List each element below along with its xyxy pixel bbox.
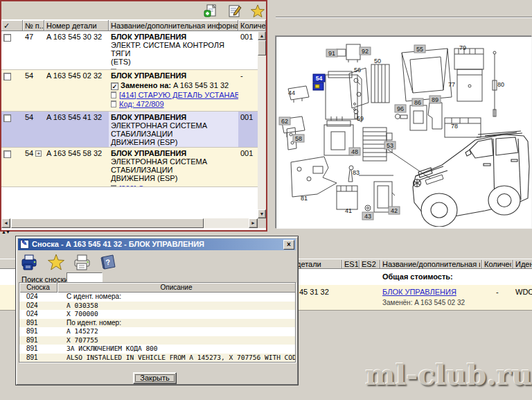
parts-table-header: ✓ № п... Номер детали Название/дополните…	[1, 19, 266, 31]
diagram-part-label-78[interactable]: 78	[451, 123, 458, 130]
parts-table: ✓ № п... Номер детали Название/дополните…	[1, 19, 266, 230]
footnote-row[interactable]: 024X 700000	[19, 310, 295, 319]
scroll-down-icon[interactable]: ▼	[258, 209, 266, 218]
row-checkbox[interactable]	[3, 34, 11, 42]
footnote-search-input[interactable]	[66, 272, 103, 283]
add-note-icon[interactable]	[203, 3, 218, 19]
header-es1[interactable]: ES1	[344, 260, 358, 268]
diagram-part-label-91[interactable]: 91	[326, 49, 337, 57]
scroll-left-icon[interactable]: ◄	[1, 218, 10, 228]
close-button[interactable]: Закрыть	[133, 372, 177, 384]
diagram-part-label-50[interactable]: 50	[374, 58, 381, 64]
part-title: БЛОК УПРАВЛЕНИЯ	[111, 113, 236, 121]
table-row[interactable]: 54 A 163 545 02 32 БЛОК УПРАВЛЕНИЯ ✓ Зам…	[1, 70, 258, 112]
header-es2[interactable]: ES2	[362, 260, 378, 268]
divider	[276, 17, 532, 18]
expand-plus-icon[interactable]: +	[35, 150, 42, 157]
diagram-part-label-55[interactable]: 55	[414, 45, 425, 53]
dialog-titlebar[interactable]: Сноска - А 163 545 41 32 - БЛОК УПРАВЛЕН…	[18, 238, 296, 250]
svg-text:55: 55	[416, 46, 423, 53]
print-preview-icon[interactable]	[20, 253, 39, 271]
diagram-part-label-81[interactable]: 81	[301, 195, 308, 202]
replaced-checkbox[interactable]: ✓	[111, 82, 118, 90]
footnote-row[interactable]: 024С идент. номера:	[19, 293, 295, 302]
svg-text:79: 79	[459, 44, 466, 51]
diagram-part-label-77[interactable]: 77	[448, 81, 455, 88]
svg-text:83: 83	[353, 169, 360, 176]
diagram-part-label-56[interactable]: 56	[354, 67, 361, 73]
header-check[interactable]: ✓	[1, 20, 23, 31]
help-icon[interactable]: ?	[99, 253, 118, 271]
footnote-row[interactable]: 891A 145272	[19, 327, 295, 336]
header-part-number[interactable]: Номер детали	[44, 20, 109, 31]
diagram-part-label-58[interactable]: 58	[293, 134, 304, 142]
header-footnote-desc[interactable]: Описание	[57, 283, 295, 293]
table-row-selected[interactable]: 54 A 163 545 41 32 БЛОК УПРАВЛЕНИЯ ЭЛЕКТ…	[1, 112, 258, 148]
row-checkbox[interactable]	[3, 150, 11, 158]
diagram-part-label-89[interactable]: 89	[429, 96, 441, 103]
row-qty: 001	[238, 148, 258, 186]
close-icon[interactable]: ×	[283, 240, 294, 250]
part-title: БЛОК УПРАВЛЕНИЯ	[111, 149, 236, 157]
row-checkbox[interactable]	[3, 73, 11, 80]
header-part-number[interactable]: детали	[296, 260, 339, 268]
footnote-row[interactable]: 891ЗА ИСКЛЮЧЕНИЕМ КОДА 800	[19, 345, 295, 354]
diagram-part-label-44[interactable]: 44	[288, 89, 295, 96]
item-qty: -	[496, 288, 499, 296]
footnote-row[interactable]: 024A 030358	[19, 302, 295, 311]
row-checkbox[interactable]	[3, 114, 11, 122]
diagram-part-label-42[interactable]: 42	[389, 207, 400, 214]
edit-note-icon[interactable]	[227, 3, 242, 19]
header-qty[interactable]: Количес...	[484, 260, 511, 268]
diagram-part-label-62[interactable]: 62	[279, 117, 290, 125]
footnote-row[interactable]: 891X 707755	[19, 336, 295, 345]
favorites-star-icon[interactable]	[250, 3, 265, 19]
footnote-table: Сноска Описание 024С идент. номера: 024A…	[19, 282, 296, 363]
svg-text:81: 81	[301, 195, 308, 202]
diagram-part-label-80[interactable]: 80	[497, 81, 504, 88]
diagram-part-label-53[interactable]: 53	[384, 141, 396, 149]
row-qty: 001	[238, 112, 258, 147]
svg-text:56: 56	[354, 67, 361, 73]
scroll-up-icon[interactable]: ▲	[258, 31, 266, 40]
scroll-right-icon[interactable]: ►	[249, 218, 258, 228]
favorites-star-icon[interactable]	[46, 253, 66, 271]
diagram-part-label-79[interactable]: 79	[459, 44, 466, 51]
header-ident[interactable]: Идент	[515, 260, 532, 268]
svg-text:59: 59	[357, 115, 364, 122]
svg-text:53: 53	[387, 142, 393, 149]
vertical-scrollbar[interactable]: ▲ ▼	[258, 31, 266, 218]
svg-text:89: 89	[432, 96, 438, 103]
table-row[interactable]: 54+ A 163 545 58 32 БЛОК УПРАВЛЕНИЯ ЭЛЕК…	[1, 148, 258, 187]
table-row[interactable]: 47 A 163 545 30 32 БЛОК УПРАВЛЕНИЯ ЭЛЕКТ…	[1, 31, 258, 70]
footnote-link[interactable]: [800] С идент. номера:	[119, 184, 198, 186]
replaced-value: A 163 545 31 32	[173, 81, 229, 89]
diagram-part-label-86[interactable]: 86	[412, 98, 423, 106]
horizontal-scroll-thumb[interactable]	[11, 218, 204, 228]
header-footnote-code[interactable]: Сноска	[19, 283, 57, 293]
header-name[interactable]: Название/дополнительная инфорн...	[382, 260, 480, 268]
item-name-link[interactable]: БЛОК УПРАВЛЕНИЯ	[382, 288, 456, 296]
footnote-link[interactable]: Код: 472/809	[119, 100, 164, 108]
diagram-part-label-83[interactable]: 83	[353, 169, 360, 176]
print-icon[interactable]	[73, 253, 92, 271]
horizontal-scrollbar[interactable]: ◄ ►	[1, 218, 258, 228]
diagram-part-label-43[interactable]: 43	[362, 212, 373, 220]
diagram-part-label-96[interactable]: 96	[395, 105, 406, 112]
footnote-link[interactable]: [045] По идент. номер:	[119, 68, 198, 69]
header-num[interactable]: № п...	[23, 20, 44, 31]
header-qty[interactable]: Количес	[238, 20, 266, 31]
footnote-row[interactable]: 891По идент. номер:	[19, 319, 295, 328]
highlighted-part-marker[interactable]: 54	[313, 74, 325, 90]
diagram-part-label-41[interactable]: 41	[345, 207, 352, 214]
footnote-link[interactable]: [414] СТАРУЮ ДЕТАЛЬ УСТАНАВЛИВАТ	[119, 91, 238, 99]
vertical-scroll-thumb[interactable]	[258, 40, 266, 55]
footnote-row[interactable]: 891ALSO INSTALLED IN VEHICLE FROM A 1452…	[19, 354, 295, 363]
part-title: БЛОК УПРАВЛЕНИЯ	[111, 71, 236, 80]
diagram-part-label-48[interactable]: 48	[349, 148, 360, 155]
svg-text:91: 91	[328, 50, 335, 57]
diagram-part-label-59[interactable]: 59	[357, 115, 364, 122]
diagram-part-label-92[interactable]: 92	[360, 47, 371, 55]
horizontal-splitter-icon[interactable]: ▲▼	[1, 229, 10, 234]
header-name[interactable]: Название/дополнительная инфорнация	[109, 20, 238, 31]
